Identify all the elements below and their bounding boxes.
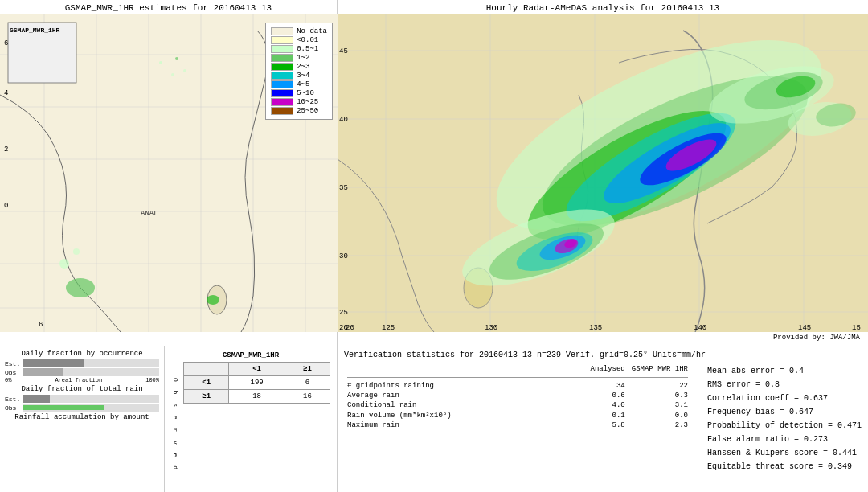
x-label-100: 100% <box>145 377 159 383</box>
legend-color-4 <box>271 80 293 88</box>
obs-label-2: Obs <box>5 404 23 412</box>
x-label-0: 0% <box>5 377 11 383</box>
obs-label-1: Obs <box>5 369 23 376</box>
contingency-v10: 18 <box>229 390 285 404</box>
verif-v2-0: 22 <box>628 381 691 391</box>
bottom-middle: GSMAP_MWR_1HR O b s e r v e d <1 ≥1 <1 <box>165 346 338 492</box>
bottom-row: Daily fraction by occurrence Est. Obs 0% <box>0 346 868 492</box>
bottom-left: Daily fraction by occurrence Est. Obs 0% <box>0 346 165 492</box>
legend-color-nodata <box>271 27 293 35</box>
verif-v2-2: 3.1 <box>628 400 691 410</box>
svg-point-18 <box>73 248 80 255</box>
right-map-svg: 45 40 35 30 25 20 125 130 135 140 145 15… <box>338 14 868 332</box>
contingency-v00: 199 <box>229 376 285 390</box>
right-title: Hourly Radar-AMeDAS analysis for 2016041… <box>338 0 868 14</box>
verif-v1-3: 0.1 <box>580 410 628 420</box>
fraction-occurrence-title: Daily fraction by occurrence <box>5 350 159 358</box>
top-row: GSMAP_MWR_1HR estimates for 20160413 13 <box>0 0 868 346</box>
verif-col1-header: Analysed <box>580 364 628 374</box>
legend-label-1: 1~2 <box>297 54 309 62</box>
contingency-col2: ≥1 <box>285 363 330 376</box>
contingency-v11: 16 <box>285 390 330 404</box>
svg-text:30: 30 <box>339 252 348 260</box>
stat-mean-abs: Mean abs error = 0.4 <box>707 364 862 378</box>
legend-item-2: 2~3 <box>271 63 327 71</box>
svg-text:0: 0 <box>4 202 8 210</box>
legend-label-3: 3~4 <box>297 72 309 80</box>
svg-text:6: 6 <box>39 321 43 329</box>
legend-color-1 <box>271 54 293 62</box>
svg-text:ANAL: ANAL <box>141 210 158 218</box>
verif-v2-3: 0.0 <box>628 410 691 420</box>
verif-v1-2: 4.0 <box>580 400 628 410</box>
verif-v1-0: 34 <box>580 381 628 391</box>
right-panel: Hourly Radar-AMeDAS analysis for 2016041… <box>338 0 868 346</box>
verif-label-0: # gridpoints raining <box>344 381 580 391</box>
verif-label-1: Average rain <box>344 391 580 400</box>
verif-row-maxrain: Maximum rain 5.8 2.3 <box>344 420 691 430</box>
legend-item-05: 0.5~1 <box>271 45 327 53</box>
legend-item-001: <0.01 <box>271 36 327 44</box>
legend-color-25 <box>271 107 293 115</box>
legend-label-2: 2~3 <box>297 63 309 71</box>
contingency-empty <box>184 363 229 376</box>
svg-point-19 <box>159 61 162 64</box>
contingency-row2: ≥1 <box>184 390 229 404</box>
stat-correlation: Correlation coeff = 0.637 <box>707 392 862 405</box>
legend-label-25: 25~50 <box>297 107 318 115</box>
legend-color-2 <box>271 63 293 71</box>
legend-color-10 <box>271 98 293 106</box>
left-map-area: 6 4 2 0 6 ANAL GSMAP_MWR_1HR No data <box>0 14 337 346</box>
est-label-1: Est. <box>5 360 23 367</box>
legend-label-001: <0.01 <box>297 36 318 44</box>
legend-item-4: 4~5 <box>271 80 327 88</box>
legend-color-001 <box>271 36 293 44</box>
contingency-row1: <1 <box>184 376 229 390</box>
stats-right: Mean abs error = 0.4 RMS error = 0.8 Cor… <box>707 364 862 474</box>
legend-color-5 <box>271 89 293 97</box>
legend-color-05 <box>271 45 293 53</box>
contingency-col1: <1 <box>229 363 285 376</box>
legend-item-3: 3~4 <box>271 72 327 80</box>
right-map-area: 45 40 35 30 25 20 125 130 135 140 145 15… <box>338 14 868 346</box>
verif-header: Verification statistics for 20160413 13 … <box>344 350 862 361</box>
verif-label-4: Maximum rain <box>344 420 580 430</box>
contingency-v01: 6 <box>285 376 330 390</box>
verif-v1-1: 0.6 <box>580 391 628 400</box>
svg-point-15 <box>66 278 95 297</box>
svg-text:140: 140 <box>694 324 706 332</box>
stat-hanssen: Hanssen & Kuipers score = 0.441 <box>707 446 862 460</box>
svg-point-21 <box>171 73 174 76</box>
left-panel: GSMAP_MWR_1HR estimates for 20160413 13 <box>0 0 338 346</box>
svg-text:45: 45 <box>339 47 348 55</box>
verif-label-2: Conditional rain <box>344 400 580 410</box>
svg-text:135: 135 <box>589 324 602 332</box>
verif-col2-header: GSMAP_MWR_1HR <box>628 364 691 374</box>
svg-text:15: 15 <box>852 324 861 332</box>
verif-row-volume: Rain volume (mm*km²x10⁶) 0.1 0.0 <box>344 410 691 420</box>
verif-row-avgrain: Average rain 0.6 0.3 <box>344 391 691 400</box>
verif-v1-4: 5.8 <box>580 420 628 430</box>
svg-text:2: 2 <box>4 146 8 154</box>
stat-false-alarm: False alarm ratio = 0.273 <box>707 433 862 446</box>
legend-label-5: 5~10 <box>297 89 314 97</box>
est-label-2: Est. <box>5 396 23 403</box>
stat-rms: RMS error = 0.8 <box>707 378 862 392</box>
svg-text:25: 25 <box>339 309 348 317</box>
svg-text:GSMAP_MWR_1HR: GSMAP_MWR_1HR <box>10 27 60 34</box>
legend-item-1: 1~2 <box>271 54 327 62</box>
svg-text:125: 125 <box>382 324 395 332</box>
left-title: GSMAP_MWR_1HR estimates for 20160413 13 <box>0 0 337 14</box>
svg-text:145: 145 <box>798 324 811 332</box>
legend-label-nodata: No data <box>297 27 327 35</box>
main-container: GSMAP_MWR_1HR estimates for 20160413 13 <box>0 0 868 492</box>
provided-by-label: Provided by: JWA/JMA <box>773 334 860 342</box>
observed-label: O b s e r v e d <box>171 378 180 472</box>
legend-label-10: 10~25 <box>297 98 318 106</box>
svg-text:40: 40 <box>339 116 348 124</box>
x-label-mid: Areal fraction <box>55 377 102 383</box>
legend-item-5: 5~10 <box>271 89 327 97</box>
verif-v2-4: 2.3 <box>628 420 691 430</box>
svg-text:6: 6 <box>4 39 8 47</box>
legend-item-nodata: No data <box>271 27 327 35</box>
